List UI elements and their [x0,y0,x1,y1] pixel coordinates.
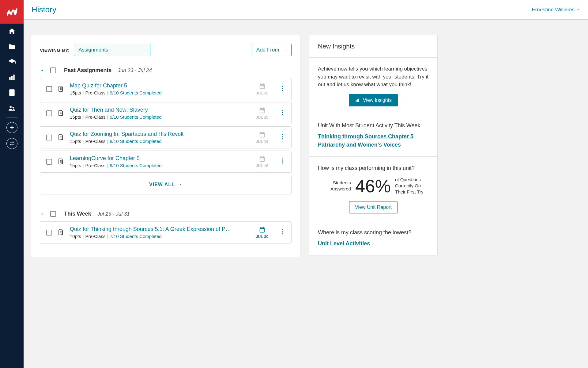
due-date-label: JUL 16 [253,140,271,144]
document-icon [57,158,64,165]
select-assignment-checkbox[interactable] [46,159,52,165]
view-unit-report-button[interactable]: View Unit Report [349,201,398,213]
viewing-by-label: VIEWING BY: [40,48,70,53]
due-date: JUL 30 [253,226,271,239]
assignment-completed: 9/10 Students Completed [110,114,161,120]
section-title: This Week [64,211,91,217]
assignment-title[interactable]: Quiz for Thinking through Sources 5.1: A… [70,226,253,232]
assignment-card: Quiz for Thinking through Sources 5.1: A… [40,221,292,243]
assignment-title[interactable]: LearningCurve for Chapter 5 [70,155,253,162]
assignment-meta: 10pts|Pre-Class|7/10 Students Completed [70,234,253,239]
assignment-tag: Pre-Class [85,234,106,239]
document-icon [57,109,64,117]
chevron-down-icon [143,48,146,52]
perf-right-label: of Questions Correctly On Their First Tr… [395,177,429,195]
activity-title: Unit With Most Student Activity This Wee… [318,121,429,129]
performance-title: How is my class performing in this unit? [318,164,429,172]
nav-folder-icon[interactable] [0,39,24,54]
assignment-meta: 15pts|Pre-Class|8/10 Students Completed [70,139,253,144]
assignment-tag: Pre-Class [85,139,106,144]
assignment-title[interactable]: Quiz for Zooming In: Spartacus and His R… [70,131,253,137]
nav-grad-icon[interactable] [0,54,24,70]
nav-swap-button[interactable] [6,138,17,149]
assignment-meta: 15pts|Pre-Class|9/10 Students Completed [70,163,253,168]
assignment-card: Map Quiz for Chapter 5 15pts|Pre-Class|9… [40,78,292,100]
assignment-points: 15pts [70,90,81,95]
sidebar [0,0,24,368]
nav-divider [6,117,17,118]
assignment-tag: Pre-Class [85,114,106,120]
more-icon [282,85,283,91]
assignment-completed: 7/10 Students Completed [110,234,161,239]
chevron-down-icon [284,48,288,52]
more-icon [282,158,283,164]
more-options-button[interactable] [280,108,285,119]
topbar: History Ernestine Williams [24,0,588,20]
collapse-icon[interactable] [40,212,45,217]
more-options-button[interactable] [280,227,285,238]
calendar-icon [259,83,266,90]
activity-link[interactable]: Thinking through Sources Chapter 5 Patri… [318,133,413,148]
section-header-week: This Week Jul 25 - Jul 31 [31,211,300,221]
select-assignment-checkbox[interactable] [46,135,52,140]
nav-reports-icon[interactable] [0,70,24,85]
assignment-tag: Pre-Class [85,163,106,168]
assignment-completed: 9/10 Students Completed [110,90,161,95]
due-date: JUL 16 [253,107,271,120]
add-from-select[interactable]: Add From [252,44,292,56]
assignment-title[interactable]: Map Quiz for Chapter 5 [70,82,253,89]
user-menu[interactable]: Ernestine Williams [532,7,580,13]
calendar-icon [259,107,266,114]
view-all-button[interactable]: VIEW ALL [40,175,292,194]
logo[interactable] [0,0,24,24]
bars-icon [355,98,360,103]
section-header-past: Past Assignments Jun 23 - Jul 24 [31,67,300,78]
assignment-points: 15pts [70,114,81,120]
insights-panel: New Insights Achieve now tells you which… [309,35,438,255]
assignment-completed: 8/10 Students Completed [110,139,161,144]
perf-left-label: Students Answered [318,180,351,192]
user-name: Ernestine Williams [532,7,575,13]
assignments-panel: VIEWING BY: Assignments Add From [31,35,300,257]
due-date: JUL 16 [253,83,271,95]
select-assignment-checkbox[interactable] [46,230,52,236]
assignment-completed: 9/10 Students Completed [110,163,161,168]
collapse-icon[interactable] [40,68,45,73]
nav-people-icon[interactable] [0,100,24,116]
assignment-meta: 15pts|Pre-Class|9/10 Students Completed [70,114,253,120]
chevron-down-icon [576,8,580,12]
more-options-button[interactable] [280,156,285,167]
nav-book-icon[interactable] [0,85,24,100]
due-date-label: JUL 16 [253,91,271,95]
assignment-points: 10pts [70,234,81,239]
assignment-card: Quiz for Zooming In: Spartacus and His R… [40,126,292,148]
chevron-right-icon [179,182,182,187]
more-icon [282,109,283,116]
more-options-button[interactable] [280,83,285,94]
more-options-button[interactable] [280,132,285,143]
assignment-title[interactable]: Quiz for Then and Now: Slavery [70,107,253,113]
select-assignment-checkbox[interactable] [46,110,52,116]
nav-add-button[interactable] [6,122,17,133]
nav-home-icon[interactable] [0,24,24,39]
document-icon [57,134,64,141]
select-all-past-checkbox[interactable] [50,67,56,73]
assignment-points: 15pts [70,163,81,168]
insights-heading: New Insights [318,43,429,50]
section-date-range: Jun 23 - Jul 24 [118,67,152,74]
view-insights-button[interactable]: View Insights [349,94,398,106]
more-icon [282,134,283,140]
page-title: History [32,5,56,14]
assignment-points: 15pts [70,139,81,144]
select-all-week-checkbox[interactable] [50,211,56,217]
calendar-icon [259,226,266,233]
due-date: JUL 16 [253,155,271,168]
viewing-by-select[interactable]: Assignments [74,44,150,56]
select-assignment-checkbox[interactable] [46,86,52,92]
document-icon [57,229,64,236]
assignment-meta: 15pts|Pre-Class|9/10 Students Completed [70,90,253,95]
more-icon [282,229,283,235]
assignment-tag: Pre-Class [85,90,106,95]
calendar-icon [259,155,266,162]
lowest-link[interactable]: Unit Level Activities [318,240,370,247]
